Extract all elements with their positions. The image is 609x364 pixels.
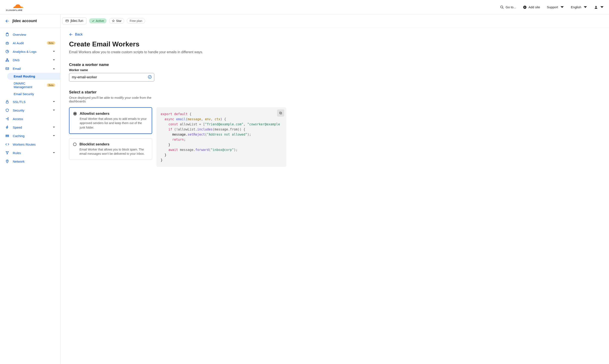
- chevron-down-icon: [53, 59, 55, 61]
- nav-caching[interactable]: Caching: [0, 131, 60, 140]
- back-button[interactable]: Back: [69, 33, 286, 36]
- plus-circle-icon: [523, 5, 527, 9]
- svg-rect-15: [6, 61, 7, 62]
- star-button[interactable]: Star: [109, 18, 124, 24]
- arrow-left-icon: [69, 33, 73, 36]
- svg-rect-26: [280, 112, 281, 114]
- valid-icon: [148, 75, 152, 80]
- svg-rect-18: [6, 102, 9, 103]
- chevron-up-icon: [53, 67, 55, 70]
- page-subtitle: Email Workers allow you to create custom…: [69, 50, 286, 54]
- pin-icon: [5, 159, 9, 163]
- code-preview: export default { async email(message, en…: [156, 107, 286, 167]
- sitemap-icon: [5, 58, 9, 62]
- beta-badge: Beta: [47, 83, 55, 87]
- svg-rect-14: [7, 59, 8, 59]
- nav-email-routing[interactable]: Email Routing: [7, 73, 60, 80]
- copy-icon: [279, 111, 282, 115]
- site-selector[interactable]: jldec.fun: [62, 17, 86, 24]
- check-icon: [92, 19, 95, 22]
- beta-badge: Beta: [47, 41, 55, 45]
- sidebar: jldec account Overview AI AuditBeta Anal…: [0, 14, 61, 364]
- worker-name-input[interactable]: [69, 73, 154, 81]
- cloudflare-logo[interactable]: CLOUDFLARE: [5, 3, 31, 12]
- svg-rect-17: [6, 68, 9, 70]
- svg-line-2: [502, 8, 503, 9]
- copy-code-button[interactable]: [277, 109, 284, 117]
- nav-dmarc[interactable]: DMARC ManagementBeta: [9, 80, 60, 91]
- add-site-button[interactable]: Add site: [523, 5, 540, 9]
- status-badge: Active: [89, 18, 107, 23]
- user-icon: [594, 5, 598, 9]
- page-title: Create Email Workers: [69, 40, 286, 48]
- radio-icon: [73, 143, 77, 146]
- account-switcher[interactable]: jldec account: [0, 14, 60, 28]
- svg-point-1: [501, 6, 503, 8]
- envelope-icon: [5, 66, 9, 71]
- nav-ai-audit[interactable]: AI AuditBeta: [0, 39, 60, 47]
- svg-rect-19: [6, 135, 9, 136]
- plan-badge[interactable]: Free plan: [127, 18, 145, 24]
- app-header: CLOUDFLARE Go to... Add site Support Eng…: [0, 0, 609, 14]
- chevron-down-icon: [53, 101, 55, 103]
- svg-rect-22: [66, 20, 68, 22]
- nav-analytics[interactable]: Analytics & Logs: [0, 47, 60, 56]
- site-topbar: jldec.fun Active Star Free plan: [61, 14, 609, 27]
- nav-access[interactable]: Access: [0, 115, 60, 123]
- radio-icon: [73, 112, 77, 115]
- svg-point-6: [595, 6, 597, 7]
- code-icon: [5, 142, 9, 146]
- nav-workers-routes[interactable]: Workers Routes: [0, 140, 60, 149]
- chevron-down-icon: [53, 109, 55, 112]
- svg-rect-25: [280, 112, 282, 114]
- account-name: jldec account: [12, 19, 37, 23]
- nav-email-security[interactable]: Email Security: [9, 91, 60, 97]
- chevron-down-icon: [53, 50, 55, 53]
- svg-rect-20: [6, 136, 9, 137]
- starter-option-desc: Email Worker that allows you to add emai…: [80, 117, 148, 130]
- nav-security[interactable]: Security: [0, 106, 60, 115]
- svg-point-10: [7, 43, 7, 43]
- nav-speed[interactable]: Speed: [0, 123, 60, 131]
- starter-option-desc: Email Worker that allows you to block sp…: [80, 147, 148, 156]
- nav-dns[interactable]: DNS: [0, 56, 60, 64]
- svg-point-21: [7, 160, 8, 161]
- language-dropdown[interactable]: English: [571, 5, 587, 9]
- window-icon: [66, 19, 69, 23]
- chevron-down-icon: [53, 152, 55, 154]
- svg-text:CLOUDFLARE: CLOUDFLARE: [6, 9, 23, 11]
- nav-network[interactable]: Network: [0, 157, 60, 166]
- arrow-left-icon: [5, 19, 9, 23]
- robot-icon: [5, 41, 9, 45]
- user-menu[interactable]: [594, 5, 604, 9]
- starter-description: Once deployed you'll be able to modify y…: [69, 96, 154, 103]
- nav-email[interactable]: Email: [0, 64, 60, 73]
- worker-name-label: Worker name: [69, 68, 286, 72]
- starter-list: Allowlist sendersEmail Worker that allow…: [69, 107, 152, 160]
- nav-rules[interactable]: Rules: [0, 149, 60, 157]
- goto-search[interactable]: Go to...: [500, 5, 516, 9]
- bolt-icon: [5, 125, 9, 130]
- chevron-down-icon: [53, 134, 55, 137]
- starter-option-0[interactable]: Allowlist sendersEmail Worker that allow…: [69, 107, 152, 134]
- main-panel: jldec.fun Active Star Free plan Back Cre…: [61, 14, 609, 364]
- svg-point-24: [148, 75, 151, 78]
- pie-chart-icon: [5, 49, 9, 54]
- svg-point-11: [8, 43, 8, 43]
- starter-option-title: Blocklist senders: [80, 142, 148, 146]
- nav-overview[interactable]: Overview: [0, 30, 60, 39]
- starter-option-1[interactable]: Blocklist sendersEmail Worker that allow…: [69, 138, 152, 160]
- shield-icon: [5, 108, 9, 112]
- caret-down-icon: [583, 5, 587, 9]
- support-dropdown[interactable]: Support: [547, 5, 564, 9]
- starter-section: Select a starter: [69, 90, 286, 94]
- chevron-down-icon: [53, 126, 55, 129]
- search-icon: [500, 5, 504, 9]
- worker-name-section: Create a worker name: [69, 63, 286, 67]
- clipboard-icon: [5, 32, 9, 37]
- caret-down-icon: [600, 5, 604, 9]
- login-icon: [5, 117, 9, 121]
- caret-down-icon: [560, 5, 564, 9]
- nav-ssl[interactable]: SSL/TLS: [0, 97, 60, 106]
- star-icon: [112, 19, 115, 22]
